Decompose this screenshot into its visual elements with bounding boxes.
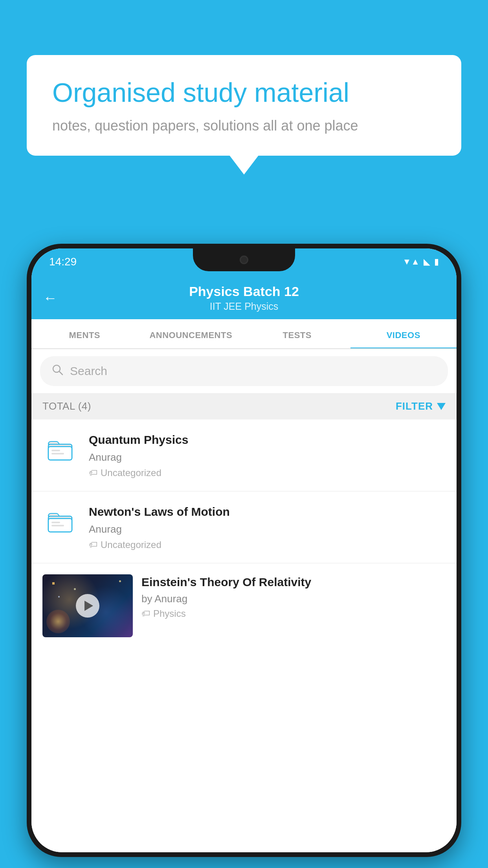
- einstein-thumbnail: [42, 574, 133, 637]
- tag-label: Uncategorized: [101, 539, 161, 550]
- notch: [193, 248, 295, 271]
- tab-ments[interactable]: MENTS: [31, 319, 138, 348]
- tag-label: Uncategorized: [101, 467, 161, 478]
- search-box[interactable]: Search: [40, 356, 448, 386]
- filter-icon: [437, 403, 446, 410]
- folder-icon: [46, 508, 74, 536]
- video-author: by Anurag: [141, 593, 446, 605]
- video-list: Quantum Physics Anurag 🏷 Uncategorized: [31, 419, 457, 852]
- search-icon: [51, 363, 64, 379]
- video-tag: 🏷 Uncategorized: [89, 539, 446, 550]
- batch-title: Physics Batch 12: [189, 284, 299, 299]
- video-title: Einstein's Theory Of Relativity: [141, 574, 446, 590]
- tabs-bar: MENTS ANNOUNCEMENTS TESTS VIDEOS: [31, 319, 457, 349]
- svg-rect-8: [51, 522, 60, 523]
- search-placeholder: Search: [70, 364, 107, 378]
- svg-rect-9: [51, 525, 64, 526]
- back-button[interactable]: ←: [43, 290, 57, 306]
- battery-icon: ▮: [434, 257, 439, 267]
- video-title: Quantum Physics: [89, 432, 446, 447]
- tag-icon: 🏷: [89, 468, 97, 478]
- wifi-icon: ▼▲: [402, 257, 420, 267]
- tag-label: Physics: [153, 608, 186, 619]
- folder-icon-wrap: [42, 432, 78, 467]
- list-item[interactable]: Newton's Laws of Motion Anurag 🏷 Uncateg…: [31, 491, 457, 563]
- app-header: ← Physics Batch 12 IIT JEE Physics: [31, 275, 457, 319]
- video-title: Newton's Laws of Motion: [89, 504, 446, 519]
- phone-frame: 14:29 ▼▲ ◣ ▮ ← Physics Batch 12 IIT JEE …: [27, 244, 461, 857]
- play-button[interactable]: [76, 594, 99, 618]
- search-container: Search: [31, 349, 457, 393]
- status-time: 14:29: [49, 256, 77, 268]
- video-tag: 🏷 Physics: [141, 608, 446, 619]
- bubble-title: Organised study material: [52, 77, 436, 109]
- speech-bubble-container: Organised study material notes, question…: [27, 55, 461, 156]
- tab-announcements[interactable]: ANNOUNCEMENTS: [138, 319, 244, 348]
- svg-rect-5: [51, 453, 64, 454]
- filter-button[interactable]: FILTER: [396, 400, 446, 412]
- video-tag: 🏷 Uncategorized: [89, 467, 446, 478]
- video-info: Quantum Physics Anurag 🏷 Uncategorized: [89, 432, 446, 478]
- play-icon: [84, 601, 93, 611]
- video-author: Anurag: [89, 523, 446, 535]
- signal-icon: ◣: [424, 257, 430, 267]
- folder-icon: [46, 436, 74, 464]
- tag-icon: 🏷: [141, 609, 150, 619]
- list-item[interactable]: Quantum Physics Anurag 🏷 Uncategorized: [31, 419, 457, 491]
- camera-dot: [240, 256, 248, 264]
- tag-icon: 🏷: [89, 540, 97, 550]
- tab-videos[interactable]: VIDEOS: [350, 319, 457, 348]
- total-bar: TOTAL (4) FILTER: [31, 393, 457, 419]
- video-info: Newton's Laws of Motion Anurag 🏷 Uncateg…: [89, 504, 446, 550]
- filter-label: FILTER: [396, 400, 433, 412]
- tab-tests[interactable]: TESTS: [244, 319, 350, 348]
- list-item[interactable]: Einstein's Theory Of Relativity by Anura…: [31, 563, 457, 644]
- bubble-subtitle: notes, question papers, solutions all at…: [52, 118, 436, 134]
- svg-line-1: [59, 371, 62, 375]
- video-author: Anurag: [89, 451, 446, 463]
- batch-subtitle: IIT JEE Physics: [189, 301, 299, 312]
- folder-icon-wrap: [42, 504, 78, 539]
- phone-inner: 14:29 ▼▲ ◣ ▮ ← Physics Batch 12 IIT JEE …: [31, 248, 457, 852]
- header-title-block: Physics Batch 12 IIT JEE Physics: [189, 284, 299, 312]
- total-label: TOTAL (4): [42, 400, 91, 412]
- video-info: Einstein's Theory Of Relativity by Anura…: [141, 574, 446, 619]
- svg-rect-4: [51, 450, 60, 451]
- speech-bubble: Organised study material notes, question…: [27, 55, 461, 156]
- status-icons: ▼▲ ◣ ▮: [402, 257, 439, 267]
